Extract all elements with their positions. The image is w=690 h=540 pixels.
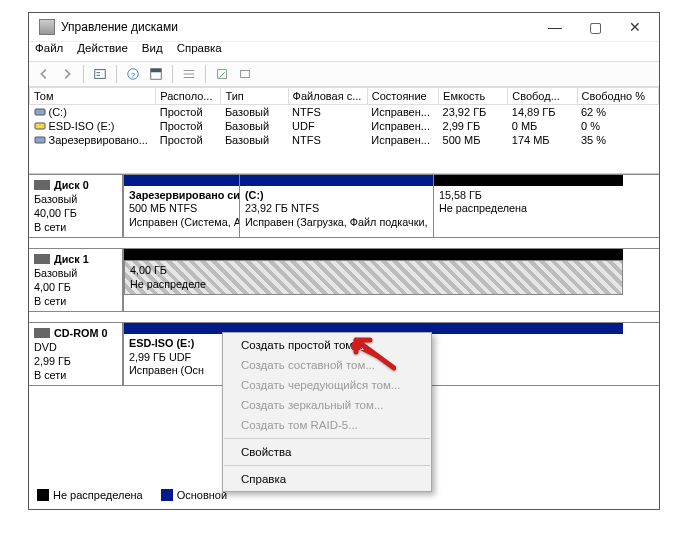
close-button[interactable]: ✕ xyxy=(615,14,655,40)
list-button[interactable] xyxy=(234,64,256,84)
svg-rect-1 xyxy=(97,72,101,73)
disk-icon xyxy=(34,254,50,264)
cd-icon xyxy=(34,120,46,132)
disk-row: Диск 0Базовый40,00 ГБВ сетиЗарезервирова… xyxy=(29,174,659,238)
back-button[interactable] xyxy=(33,64,55,84)
svg-rect-7 xyxy=(218,70,227,79)
partition[interactable]: 4,00 ГБНе распределе xyxy=(123,249,623,311)
disk-icon xyxy=(34,180,50,190)
separator xyxy=(116,65,117,83)
view-button[interactable] xyxy=(145,64,167,84)
window-title: Управление дисками xyxy=(61,20,535,34)
drive-icon xyxy=(34,134,46,146)
col-status[interactable]: Состояние xyxy=(367,88,438,105)
table-row[interactable]: Зарезервировано...ПростойБазовыйNTFSИспр… xyxy=(30,133,659,147)
scope-button[interactable] xyxy=(89,64,111,84)
col-pct[interactable]: Свободно % xyxy=(577,88,659,105)
menubar: Файл Действие Вид Справка xyxy=(29,41,659,61)
col-free[interactable]: Свобод... xyxy=(508,88,577,105)
context-menu-item[interactable]: Создать простой том... xyxy=(223,335,431,355)
context-menu-item[interactable]: Свойства xyxy=(223,442,431,462)
col-capacity[interactable]: Емкость xyxy=(439,88,508,105)
svg-rect-0 xyxy=(95,70,106,79)
menu-action[interactable]: Действие xyxy=(77,42,128,61)
svg-rect-2 xyxy=(97,75,101,76)
maximize-button[interactable]: ▢ xyxy=(575,14,615,40)
separator xyxy=(172,65,173,83)
col-fs[interactable]: Файловая с... xyxy=(288,88,367,105)
disk-header[interactable]: Диск 0Базовый40,00 ГБВ сети xyxy=(29,175,123,237)
menu-help[interactable]: Справка xyxy=(177,42,222,61)
context-menu-item: Создать том RAID-5... xyxy=(223,415,431,435)
menu-file[interactable]: Файл xyxy=(35,42,63,61)
partition[interactable]: 15,58 ГБНе распределена xyxy=(433,175,623,237)
toolbar: ? xyxy=(29,61,659,87)
context-menu-item: Создать чередующийся том... xyxy=(223,375,431,395)
cursor-arrow-icon xyxy=(350,336,396,378)
col-type[interactable]: Тип xyxy=(221,88,288,105)
svg-rect-10 xyxy=(35,123,45,129)
properties-button[interactable] xyxy=(211,64,233,84)
settings-button[interactable] xyxy=(178,64,200,84)
legend-primary: Основной xyxy=(161,489,227,501)
menu-separator xyxy=(224,438,430,439)
disk-row: Диск 1Базовый4,00 ГБВ сети4,00 ГБНе расп… xyxy=(29,248,659,312)
separator xyxy=(205,65,206,83)
separator xyxy=(83,65,84,83)
disk-header[interactable]: Диск 1Базовый4,00 ГБВ сети xyxy=(29,249,123,311)
menu-separator xyxy=(224,465,430,466)
partition[interactable]: Зарезервировано си500 МБ NTFSИсправен (С… xyxy=(123,175,239,237)
context-menu-item: Создать составной том... xyxy=(223,355,431,375)
col-layout[interactable]: Располо... xyxy=(156,88,221,105)
context-menu: Создать простой том...Создать составной … xyxy=(222,332,432,492)
svg-rect-11 xyxy=(35,137,45,143)
legend-unallocated: Не распределена xyxy=(37,489,143,501)
context-menu-item: Создать зеркальный том... xyxy=(223,395,431,415)
menu-view[interactable]: Вид xyxy=(142,42,163,61)
minimize-button[interactable]: — xyxy=(535,14,575,40)
disk-icon xyxy=(34,328,50,338)
table-header-row: Том Располо... Тип Файловая с... Состоян… xyxy=(30,88,659,105)
disk-header[interactable]: CD-ROM 0DVD2,99 ГБВ сети xyxy=(29,323,123,385)
table-row[interactable]: ESD-ISO (E:)ПростойБазовыйUDFИсправен...… xyxy=(30,119,659,133)
partition[interactable]: (C:)23,92 ГБ NTFSИсправен (Загрузка, Фай… xyxy=(239,175,433,237)
svg-rect-6 xyxy=(151,69,162,73)
svg-rect-8 xyxy=(241,71,250,78)
svg-rect-9 xyxy=(35,109,45,115)
drive-icon xyxy=(34,106,46,118)
forward-button[interactable] xyxy=(56,64,78,84)
app-icon xyxy=(39,19,55,35)
context-menu-item[interactable]: Справка xyxy=(223,469,431,489)
svg-text:?: ? xyxy=(131,71,136,80)
volume-table: Том Располо... Тип Файловая с... Состоян… xyxy=(29,87,659,174)
help-button[interactable]: ? xyxy=(122,64,144,84)
col-volume[interactable]: Том xyxy=(30,88,156,105)
legend: Не распределена Основной xyxy=(33,485,231,505)
table-row[interactable]: (C:)ПростойБазовыйNTFSИсправен...23,92 Г… xyxy=(30,105,659,120)
titlebar[interactable]: Управление дисками — ▢ ✕ xyxy=(29,13,659,41)
